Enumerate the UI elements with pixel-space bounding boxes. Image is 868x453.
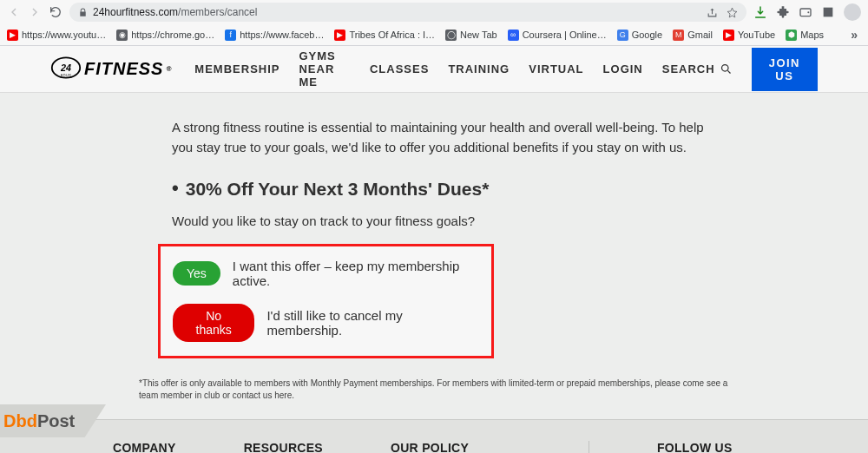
footer-divider xyxy=(589,441,589,454)
main-nav: MEMBERSHIP GYMS NEAR ME CLASSES TRAINING… xyxy=(194,48,818,91)
site-logo[interactable]: 24HOUR FITNESS® xyxy=(50,56,172,83)
bookmark-label: New Tab xyxy=(460,30,497,40)
bookmark-item[interactable]: MGmail xyxy=(673,30,713,41)
extensions-icon[interactable] xyxy=(776,5,790,19)
bookmark-item[interactable]: ▶YouTube xyxy=(723,30,775,41)
bookmark-favicon: ▶ xyxy=(723,30,734,41)
bookmark-favicon: f xyxy=(225,30,236,41)
bookmarks-overflow[interactable]: » xyxy=(847,28,861,42)
logo-badge-icon: 24HOUR xyxy=(50,56,82,83)
address-bar[interactable]: 24hourfitness.com/members/cancel xyxy=(69,3,746,22)
search-icon xyxy=(720,62,733,76)
bookmark-label: https://chrome.go… xyxy=(131,30,214,40)
toolbar-right-icons xyxy=(753,3,861,21)
profile-avatar[interactable] xyxy=(844,3,861,21)
bookmark-item[interactable]: ⬢Maps xyxy=(786,30,824,41)
bookmark-label: YouTube xyxy=(738,30,775,40)
bookmark-label: https://www.faceb… xyxy=(240,30,324,40)
bookmark-favicon: ◉ xyxy=(116,30,128,41)
svg-rect-2 xyxy=(824,8,833,17)
footer-heading-policy: OUR POLICY xyxy=(391,441,495,454)
page-content: A strong fitness routine is essential to… xyxy=(0,93,868,402)
choice-row-yes: Yes I want this offer – keep my membersh… xyxy=(173,259,479,288)
svg-point-6 xyxy=(721,65,728,72)
svg-text:HOUR: HOUR xyxy=(61,73,71,76)
bookmark-item[interactable]: ◉https://chrome.go… xyxy=(116,30,214,41)
reload-icon[interactable] xyxy=(49,5,62,19)
bookmark-item[interactable]: ◯New Tab xyxy=(445,30,497,41)
download-icon[interactable] xyxy=(753,5,767,19)
bookmark-item[interactable]: ▶Tribes Of Africa : I… xyxy=(334,30,435,41)
bullet-icon: • xyxy=(172,179,179,198)
bookmark-label: Tribes Of Africa : I… xyxy=(349,30,435,40)
offer-heading: •30% Off Your Next 3 Months' Dues* xyxy=(172,179,727,200)
footer-heading-follow: FOLLOW US xyxy=(657,441,784,454)
browser-toolbar: 24hourfitness.com/members/cancel xyxy=(0,0,868,24)
no-description: I'd still like to cancel my membership. xyxy=(266,308,479,338)
bookmark-favicon: G xyxy=(617,30,628,41)
footer-heading-resources: RESOURCES xyxy=(244,441,323,454)
nav-search[interactable]: SEARCH xyxy=(662,62,733,76)
nav-login[interactable]: LOGIN xyxy=(603,62,643,76)
choice-row-no: No thanks I'd still like to cancel my me… xyxy=(173,304,479,342)
wallet-icon[interactable] xyxy=(799,5,812,19)
bookmark-item[interactable]: GGoogle xyxy=(617,30,662,41)
bookmark-label: Coursera | Online… xyxy=(523,30,607,40)
browser-chrome: 24hourfitness.com/members/cancel ▶https:… xyxy=(0,0,868,46)
nav-classes[interactable]: CLASSES xyxy=(370,62,429,76)
nav-membership[interactable]: MEMBERSHIP xyxy=(194,62,279,76)
no-thanks-button[interactable]: No thanks xyxy=(173,304,254,342)
svg-point-1 xyxy=(807,11,809,13)
bookmark-item[interactable]: fhttps://www.faceb… xyxy=(225,30,324,41)
bookmark-label: https://www.youtu… xyxy=(22,30,106,40)
back-icon[interactable] xyxy=(7,5,21,19)
bookmark-label: Maps xyxy=(800,30,824,40)
join-us-button[interactable]: JOIN US xyxy=(752,48,818,91)
logo-text: FITNESS xyxy=(84,59,163,79)
share-icon[interactable] xyxy=(707,7,718,18)
prompt-text: Would you like to stay on track to your … xyxy=(172,213,727,228)
lock-icon xyxy=(78,8,88,17)
site-footer: COMPANY bout Us Careers RESOURCES Contac… xyxy=(0,419,868,454)
footer-col-company: COMPANY bout Us Careers xyxy=(113,441,176,454)
svg-text:24: 24 xyxy=(60,62,71,72)
bookmark-favicon: ▶ xyxy=(334,30,345,41)
footer-heading-company: COMPANY xyxy=(113,441,176,454)
nav-gyms-near-me[interactable]: GYMS NEAR ME xyxy=(299,49,351,89)
footer-col-follow: FOLLOW US xyxy=(657,441,784,454)
bookmark-favicon: ∞ xyxy=(508,30,519,41)
incognito-icon[interactable] xyxy=(821,5,835,19)
star-icon[interactable] xyxy=(727,7,738,18)
url-text: 24hourfitness.com/members/cancel xyxy=(93,6,257,18)
nav-training[interactable]: TRAINING xyxy=(448,62,510,76)
nav-virtual[interactable]: VIRTUAL xyxy=(529,62,583,76)
bookmark-item[interactable]: ∞Coursera | Online… xyxy=(508,30,607,41)
intro-text: A strong fitness routine is essential to… xyxy=(172,117,727,158)
bookmarks-bar: ▶https://www.youtu…◉https://chrome.go…fh… xyxy=(0,24,868,45)
bookmark-favicon: ⬢ xyxy=(786,30,797,41)
bookmark-favicon: ▶ xyxy=(7,30,18,41)
bookmark-item[interactable]: ▶https://www.youtu… xyxy=(7,30,106,41)
bookmark-label: Google xyxy=(632,30,662,40)
yes-description: I want this offer – keep my membership a… xyxy=(233,259,479,288)
yes-button[interactable]: Yes xyxy=(173,261,220,286)
bookmark-favicon: M xyxy=(673,30,684,41)
bookmark-favicon: ◯ xyxy=(445,30,457,41)
choice-box: Yes I want this offer – keep my membersh… xyxy=(158,244,494,358)
site-header: 24HOUR FITNESS® MEMBERSHIP GYMS NEAR ME … xyxy=(0,46,868,93)
footer-col-policy: OUR POLICY Terms of Use Membership Polic… xyxy=(391,441,495,454)
disclaimer-text: *This offer is only available to members… xyxy=(139,378,729,402)
forward-icon[interactable] xyxy=(28,5,42,19)
bookmark-label: Gmail xyxy=(687,30,713,40)
footer-col-resources: RESOURCES Contact Us Team Members xyxy=(244,441,323,454)
